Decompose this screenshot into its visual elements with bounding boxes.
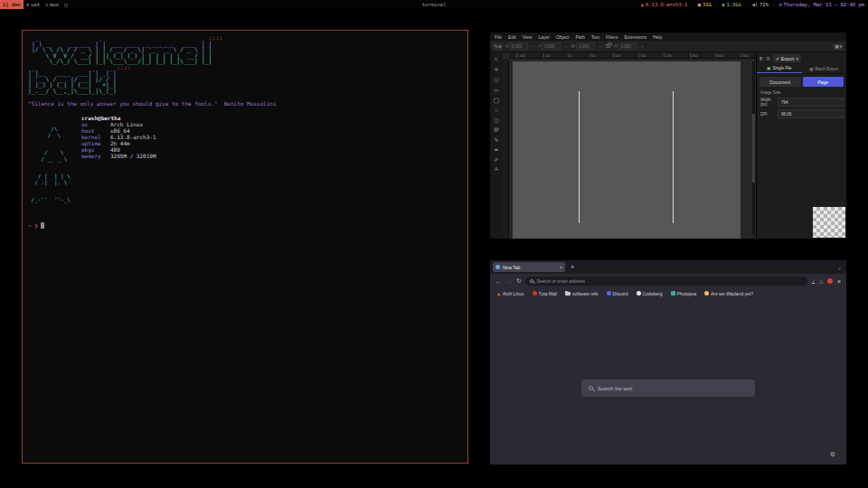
fill-stroke-icon[interactable]: ◧ [760,56,763,61]
export-dialog-tab[interactable]: ↗ Export × [773,54,802,62]
image-size-label: Image Size [760,90,846,95]
address-bar-placeholder: Search or enter address [536,278,585,284]
drawn-vertical-line[interactable] [579,91,580,223]
menu-view[interactable]: View [523,34,533,40]
dpi-input[interactable]: 96.00 [778,109,844,118]
star-tool-icon[interactable]: ☆ [494,107,498,113]
inkscape-menubar: File Edit View Layer Object Path Text Fi… [490,33,846,41]
horizontal-ruler: -100 -50 0 50 100 150 200 250 300 350 [509,52,756,59]
codeberg-icon [637,291,641,296]
export-area-selector: Document Page [760,77,844,87]
menu-edit[interactable]: Edit [508,34,516,40]
dpi-row: DPI 96.00 [760,109,844,118]
adblock-extension-icon[interactable] [827,278,833,284]
close-icon[interactable]: × [796,56,798,61]
node-tool-icon[interactable]: ✛ [494,66,498,72]
menu-help[interactable]: Help [653,34,662,40]
downloads-icon[interactable]: ↓ [812,278,815,284]
gear-icon[interactable]: ⚙ [830,451,835,458]
shell-prompt[interactable]: ~ ❯ [28,222,467,230]
tool-controls-bar: ↖ ▾ X 0.000 −+ Y 0.000 −+ W 0.000 −+ H 0… [490,41,846,52]
back-icon[interactable]: ← [495,278,502,285]
close-icon[interactable]: × [560,265,562,270]
document-properties-icon[interactable]: ▤ [766,56,769,61]
tab-batch-export[interactable]: ▦ Batch Export [802,64,847,73]
selector-options-dropdown[interactable]: ↖ ▾ [493,43,503,50]
address-bar[interactable]: Search or enter address [525,277,807,286]
status-bar: 1] dev ⊘ ust ⌗ mux □ terminal ▲ 6.13.8-a… [0,0,868,9]
separator: · [715,2,718,7]
menu-file[interactable]: File [495,34,502,40]
menu-path[interactable]: Path [575,34,584,40]
web-search-input[interactable]: Search the web [581,380,755,397]
fetch-row: hostx86_64 [81,127,156,134]
prompt-chevron: ❯ [34,222,38,230]
export-mode-tabs: ▣ Single File ▦ Batch Export [757,64,846,74]
art-line: |_.__/ \__,_|\___|_|\_(_) [28,89,467,95]
text-tool-icon[interactable]: A [495,166,498,172]
menu-layer[interactable]: Layer [538,34,550,40]
bookmark-software-refs[interactable]: software refs [565,291,599,296]
menu-extensions[interactable]: Extensions [625,34,646,40]
menu-object[interactable]: Object [556,34,569,40]
width-field[interactable]: W 0.000 −+ [571,42,603,50]
rectangle-tool-icon[interactable]: ▭ [494,87,499,93]
bookmark-discord[interactable]: Discord [607,291,628,296]
browser-tabbar: New Tab × + ⌄ [490,260,846,274]
separator: · [745,2,748,7]
lock-ratio-icon[interactable] [606,44,610,48]
tab-list-chevron-icon[interactable]: ⌄ [837,264,842,270]
width-row: Width (px) 794 [760,98,844,107]
browser-toolbar: ← → ↻ Search or enter address ↓ ⌂ ≡ [490,274,846,288]
canvas-scrollbar[interactable] [752,61,755,235]
forward-icon[interactable]: → [506,278,513,285]
prompt-path: ~ [28,222,32,230]
export-tab-title: Export [781,56,794,61]
home-icon[interactable]: ⌂ [819,278,823,285]
pencil-tool-icon[interactable]: ✎ [494,136,498,143]
inkscape-toolbox: ↖ ✛ ◱ ▭ ◯ ☆ ◫ @ ✎ ✒ ✐ A [490,52,503,239]
browser-window[interactable]: New Tab × + ⌄ ← → ↻ Search or enter addr… [490,260,846,465]
inkscape-canvas[interactable]: -100 -50 0 50 100 150 200 250 300 350 [503,52,756,239]
page-button[interactable]: Page [803,77,844,87]
width-input[interactable]: 794 [778,98,844,107]
bookmark-are-we-wayland-yet[interactable]: Are we Wayland yet? [704,291,753,296]
menu-text[interactable]: Text [591,34,599,40]
spiral-tool-icon[interactable]: @ [494,127,499,132]
clock-module: ◔ Thursday, Mar 13 — 02:48 pm [778,2,864,7]
new-tab-button[interactable]: + [571,264,574,270]
y-field[interactable]: Y 0.000 −+ [538,42,568,50]
shape-builder-tool-icon[interactable]: ◱ [494,76,499,82]
dock-header: ◧ ▤ ↗ Export × [757,52,846,64]
memory-icon: ▮ [722,2,724,7]
wayland-icon [704,291,709,296]
box3d-tool-icon[interactable]: ◫ [494,117,499,123]
snap-controls-dropdown[interactable]: ▦ ▾ [833,43,844,50]
tab-new-tab[interactable]: New Tab × [493,262,565,272]
document-button[interactable]: Document [760,77,801,87]
menu-filters[interactable]: Filters [606,34,618,40]
ellipse-tool-icon[interactable]: ◯ [494,97,500,103]
menu-icon[interactable]: ≡ [837,278,841,285]
bookmark-codeberg[interactable]: Codeberg [637,291,663,296]
tab-single-file[interactable]: ▣ Single File [757,64,802,73]
separator: · [772,2,775,7]
bookmark-tuta-mail[interactable]: Tuta Mail [533,291,557,296]
drawn-vertical-line[interactable] [673,91,674,223]
height-field[interactable]: H 0.000 −+ [614,42,645,50]
ruler-label: 150 [638,53,646,58]
terminal-window[interactable]: _ _ _ :::: ( ) _ _____ | | ___ ___ _ __ … [22,30,468,464]
bookmark-arch-linux[interactable]: ▲ Arch Linux [496,291,524,296]
globe-icon [495,265,500,269]
ruler-label: 300 [715,53,723,58]
canvas-page[interactable] [513,61,741,239]
selector-tool-icon[interactable]: ↖ [494,56,498,62]
fetch-info: crash@bertha osArch Linux hostx86_64 ker… [81,115,156,215]
reload-icon[interactable]: ↻ [516,277,521,285]
bookmark-photopea[interactable]: Photopea [671,291,696,296]
x-field[interactable]: X 0.000 −+ [505,42,535,50]
kernel-version: 6.13.8-arch3-1 [646,2,687,7]
pen-tool-icon[interactable]: ✒ [494,146,498,153]
calligraphy-tool-icon[interactable]: ✐ [494,156,498,163]
inkscape-window[interactable]: File Edit View Layer Object Path Text Fi… [490,33,846,239]
